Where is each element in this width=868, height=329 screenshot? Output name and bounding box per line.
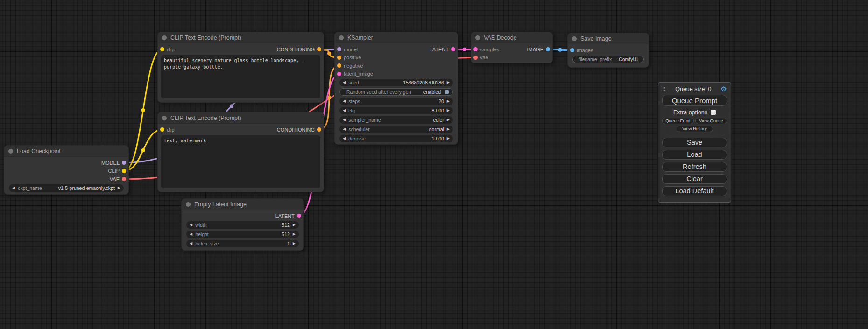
clip-text-encode-title-bar[interactable]: CLIP Text Encode (Prompt) [158, 32, 324, 43]
filename-prefix-widget[interactable]: filename_prefix ComfyUI [572, 56, 644, 63]
increment-arrow-icon[interactable]: ▶ [447, 81, 450, 84]
node-body: clip CONDITIONING beautiful scenery natu… [158, 43, 324, 102]
samples-input-port[interactable] [473, 47, 478, 51]
extra-options-checkbox[interactable] [711, 110, 716, 115]
load-button[interactable]: Load [662, 150, 727, 160]
node-clip-text-encode-positive[interactable]: CLIP Text Encode (Prompt) clip CONDITION… [157, 32, 324, 103]
height-widget[interactable]: ◀ height 512 ▶ [186, 231, 299, 238]
clip-input-port[interactable] [160, 127, 164, 132]
increment-arrow-icon[interactable]: ▶ [447, 118, 450, 122]
wire-midpoint-dot[interactable] [558, 48, 562, 52]
positive-input-port[interactable] [337, 56, 341, 60]
clip-text-encode-title-bar[interactable]: CLIP Text Encode (Prompt) [158, 112, 324, 124]
latent-output-port[interactable] [451, 47, 455, 51]
decrement-arrow-icon[interactable]: ◀ [343, 99, 346, 103]
random-seed-toggle-widget[interactable]: Random seed after every gen enabled [339, 88, 453, 96]
view-history-button[interactable]: View History [677, 126, 713, 132]
collapse-dot[interactable] [162, 35, 167, 40]
conditioning-output-port[interactable] [317, 127, 321, 132]
increment-arrow-icon[interactable]: ▶ [447, 137, 450, 140]
view-queue-button[interactable]: View Queue [695, 118, 727, 124]
image-output-slot: IMAGE [527, 47, 550, 52]
queue-prompt-button[interactable]: Queue Prompt [662, 95, 727, 106]
vae-input-port[interactable] [473, 56, 478, 60]
clip-output-port[interactable] [122, 169, 126, 173]
latent-image-input-port[interactable] [337, 72, 341, 76]
node-clip-text-encode-negative[interactable]: CLIP Text Encode (Prompt) clip CONDITION… [157, 112, 324, 192]
settings-gear-icon[interactable]: ⚙ [721, 85, 727, 93]
vae-decode-title-bar[interactable]: VAE Decode [471, 32, 552, 43]
wire-midpoint-dot[interactable] [230, 104, 233, 108]
increment-arrow-icon[interactable]: ▶ [118, 186, 120, 190]
clip-input-port[interactable] [160, 47, 164, 51]
clear-button[interactable]: Clear [662, 174, 727, 184]
wire-midpoint-dot[interactable] [141, 108, 145, 112]
seed-widget[interactable]: ◀ seed 156680208700286 ▶ [339, 79, 453, 86]
collapse-dot[interactable] [8, 149, 13, 154]
toggle-dot[interactable] [445, 90, 449, 94]
decrement-arrow-icon[interactable]: ◀ [343, 127, 346, 131]
images-input-port[interactable] [570, 48, 574, 52]
queue-front-button[interactable]: Queue Front [662, 118, 694, 124]
decrement-arrow-icon[interactable]: ◀ [12, 186, 15, 190]
output-label: IMAGE [527, 47, 543, 52]
collapse-dot[interactable] [475, 35, 480, 40]
load-checkpoint-title-bar[interactable]: Load Checkpoint [4, 146, 128, 157]
wire-midpoint-dot[interactable] [327, 52, 331, 56]
widget-label: batch_size [195, 241, 219, 246]
save-button[interactable]: Save [662, 138, 727, 147]
drag-handle-icon[interactable]: ⠿ [662, 86, 666, 92]
decrement-arrow-icon[interactable]: ◀ [343, 118, 346, 122]
increment-arrow-icon[interactable]: ▶ [447, 109, 450, 112]
node-vae-decode[interactable]: VAE Decode samples IMAGE vae [471, 32, 553, 63]
collapse-dot[interactable] [339, 35, 344, 40]
vae-output-port[interactable] [122, 177, 126, 181]
node-load-checkpoint[interactable]: Load Checkpoint MODEL CLIP VAE [4, 145, 129, 195]
denoise-widget[interactable]: ◀ denoise 1.000 ▶ [339, 135, 453, 142]
refresh-button[interactable]: Refresh [662, 162, 727, 172]
image-output-port[interactable] [546, 47, 550, 51]
cfg-widget[interactable]: ◀ cfg 8.000 ▶ [339, 107, 453, 114]
positive-input-slot: positive [337, 55, 361, 60]
save-image-title-bar[interactable]: Save Image [568, 33, 649, 44]
scheduler-widget[interactable]: ◀ scheduler normal ▶ [339, 126, 453, 133]
node-canvas[interactable]: Load Checkpoint MODEL CLIP VAE [0, 0, 868, 329]
ksampler-title-bar[interactable]: KSampler [335, 32, 458, 43]
decrement-arrow-icon[interactable]: ◀ [190, 232, 192, 236]
collapse-dot[interactable] [186, 202, 191, 207]
decrement-arrow-icon[interactable]: ◀ [190, 223, 192, 227]
collapse-dot[interactable] [572, 36, 577, 41]
widget-value: 1 [287, 241, 290, 246]
increment-arrow-icon[interactable]: ▶ [293, 223, 296, 227]
decrement-arrow-icon[interactable]: ◀ [343, 81, 346, 84]
collapse-dot[interactable] [162, 116, 167, 120]
width-widget[interactable]: ◀ width 512 ▶ [186, 221, 299, 229]
increment-arrow-icon[interactable]: ▶ [447, 99, 450, 103]
steps-widget[interactable]: ◀ steps 20 ▶ [339, 98, 453, 105]
increment-arrow-icon[interactable]: ▶ [293, 242, 296, 245]
model-output-port[interactable] [122, 161, 126, 165]
batch-size-widget[interactable]: ◀ batch_size 1 ▶ [186, 240, 299, 247]
node-ksampler[interactable]: KSampler model LATENT positive [334, 32, 458, 145]
conditioning-output-port[interactable] [317, 47, 321, 51]
decrement-arrow-icon[interactable]: ◀ [343, 109, 346, 112]
negative-input-port[interactable] [337, 63, 341, 68]
decrement-arrow-icon[interactable]: ◀ [190, 242, 192, 245]
empty-latent-title-bar[interactable]: Empty Latent Image [182, 199, 303, 210]
ckpt-name-widget[interactable]: ◀ ckpt_name v1-5-pruned-emaonly.ckpt ▶ [9, 184, 124, 192]
node-empty-latent-image[interactable]: Empty Latent Image LATENT ◀ width 512 ▶ … [181, 198, 304, 251]
latent-output-port[interactable] [297, 214, 301, 218]
prompt-textarea[interactable]: beautiful scenery nature glass bottle la… [161, 55, 320, 99]
increment-arrow-icon[interactable]: ▶ [447, 127, 450, 131]
increment-arrow-icon[interactable]: ▶ [293, 232, 296, 236]
node-save-image[interactable]: Save Image images filename_prefix ComfyU… [567, 33, 649, 68]
prompt-textarea[interactable]: text, watermark [161, 135, 320, 189]
widget-label: height [195, 231, 209, 237]
load-default-button[interactable]: Load Default [662, 186, 727, 196]
decrement-arrow-icon[interactable]: ◀ [343, 137, 346, 140]
wire-midpoint-dot[interactable] [463, 48, 466, 51]
sampler-name-widget[interactable]: ◀ sampler_name euler ▶ [339, 116, 453, 124]
wire-midpoint-dot[interactable] [141, 148, 145, 152]
model-input-port[interactable] [337, 47, 341, 51]
node-body: LATENT ◀ width 512 ▶ ◀ height 512 ▶ ◀ ba… [182, 210, 303, 250]
